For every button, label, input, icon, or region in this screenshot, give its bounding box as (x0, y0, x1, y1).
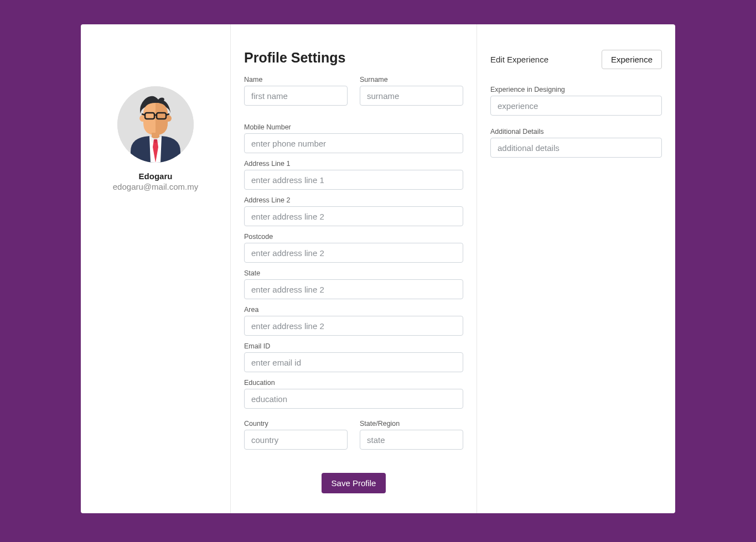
area-label: Area (244, 306, 463, 314)
country-label: Country (244, 420, 348, 428)
education-label: Education (244, 379, 463, 387)
emailid-label: Email ID (244, 342, 463, 350)
mobile-input[interactable] (244, 133, 463, 153)
profile-sidebar: Edogaru edogaru@mail.com.my (81, 24, 231, 513)
state-input[interactable] (244, 279, 463, 299)
area-input[interactable] (244, 316, 463, 336)
stateregion-input[interactable] (360, 430, 463, 450)
address1-label: Address Line 1 (244, 160, 463, 168)
profile-username: Edogaru (139, 171, 173, 181)
postcode-input[interactable] (244, 243, 463, 263)
address2-input[interactable] (244, 206, 463, 226)
experience-design-label: Experience in Designing (490, 86, 662, 93)
additional-details-input[interactable] (490, 138, 662, 158)
page-title: Profile Settings (244, 50, 463, 66)
experience-panel: Edit Experience Experience Experience in… (477, 24, 675, 513)
svg-rect-8 (152, 133, 159, 138)
experience-button[interactable]: Experience (602, 50, 662, 69)
avatar (117, 86, 194, 163)
mobile-label: Mobile Number (244, 123, 463, 131)
postcode-label: Postcode (244, 233, 463, 241)
experience-design-input[interactable] (490, 96, 662, 116)
additional-details-label: Additional Details (490, 128, 662, 136)
address2-label: Address Line 2 (244, 196, 463, 204)
country-input[interactable] (244, 430, 348, 450)
name-input[interactable] (244, 86, 348, 106)
address1-input[interactable] (244, 170, 463, 190)
profile-email: edogaru@mail.com.my (113, 182, 198, 191)
profile-settings-panel: Profile Settings Name Surname Mobile Num… (231, 24, 477, 513)
emailid-input[interactable] (244, 352, 463, 372)
save-profile-button[interactable]: Save Profile (322, 473, 386, 493)
state-label: State (244, 269, 463, 277)
education-input[interactable] (244, 389, 463, 409)
surname-label: Surname (360, 76, 463, 84)
surname-input[interactable] (360, 86, 463, 106)
edit-experience-title: Edit Experience (490, 55, 548, 64)
settings-card: Edogaru edogaru@mail.com.my Profile Sett… (81, 24, 675, 513)
stateregion-label: State/Region (360, 420, 463, 428)
name-label: Name (244, 76, 348, 84)
